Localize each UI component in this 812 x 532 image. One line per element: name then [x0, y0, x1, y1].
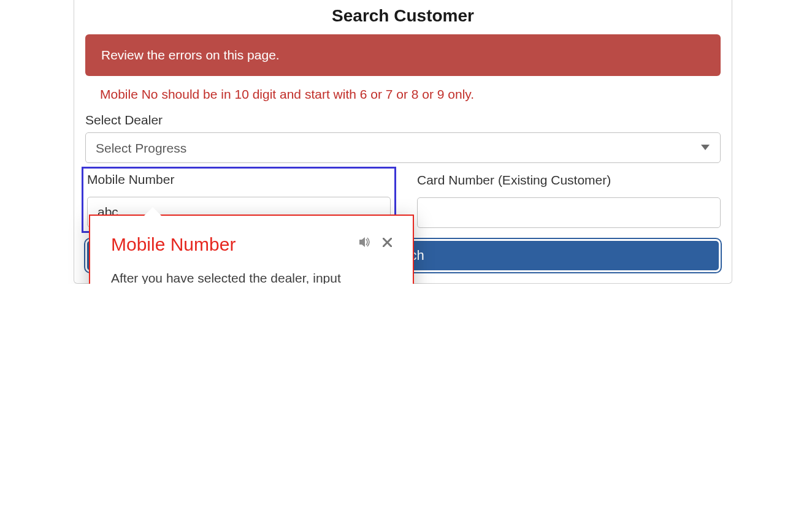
- popover-body-line1: After you have selected the dealer, inpu…: [111, 267, 392, 284]
- card-input[interactable]: [417, 197, 721, 228]
- mobile-validation-error: Mobile No should be in 10 digit and star…: [100, 87, 721, 102]
- popover-actions: [359, 237, 392, 251]
- card-column: Card Number (Existing Customer): [417, 168, 721, 229]
- close-icon[interactable]: [383, 237, 392, 250]
- popover-title: Mobile Number: [111, 234, 236, 255]
- error-alert: Review the errors on this page.: [85, 34, 721, 76]
- dealer-select[interactable]: Select Progress: [85, 132, 721, 163]
- tour-popover: Mobile Number After you h: [89, 215, 414, 284]
- volume-icon[interactable]: [359, 237, 372, 251]
- dealer-label: Select Dealer: [85, 113, 721, 127]
- error-alert-text: Review the errors on this page.: [101, 48, 280, 62]
- popover-body: After you have selected the dealer, inpu…: [111, 267, 392, 284]
- svg-marker-1: [359, 237, 365, 247]
- mobile-label: Mobile Number: [87, 172, 391, 187]
- page-title: Search Customer: [85, 6, 721, 26]
- card-label: Card Number (Existing Customer): [417, 173, 721, 188]
- popover-header: Mobile Number: [111, 234, 392, 267]
- dealer-select-wrapper: Select Progress: [85, 132, 721, 163]
